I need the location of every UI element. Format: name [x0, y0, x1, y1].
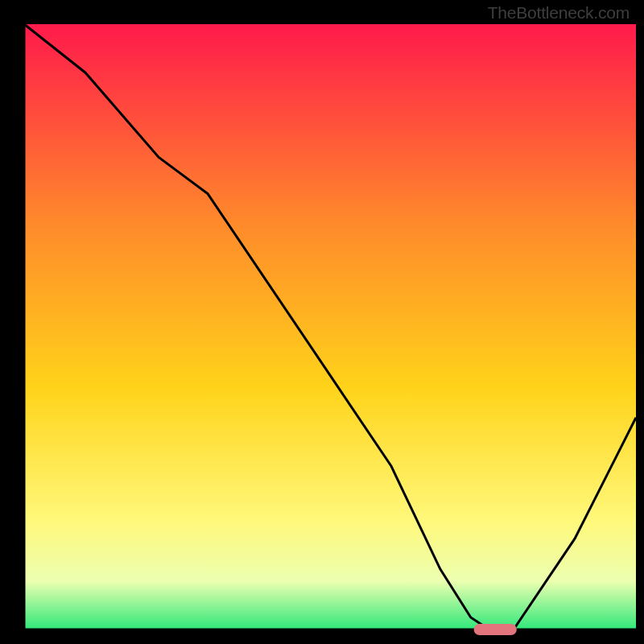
optimal-marker: [474, 624, 517, 635]
watermark-text: TheBottleneck.com: [488, 3, 630, 23]
plot-area: [24, 24, 636, 630]
bottleneck-curve-chart: [0, 0, 644, 644]
chart-container: TheBottleneck.com: [0, 0, 644, 644]
